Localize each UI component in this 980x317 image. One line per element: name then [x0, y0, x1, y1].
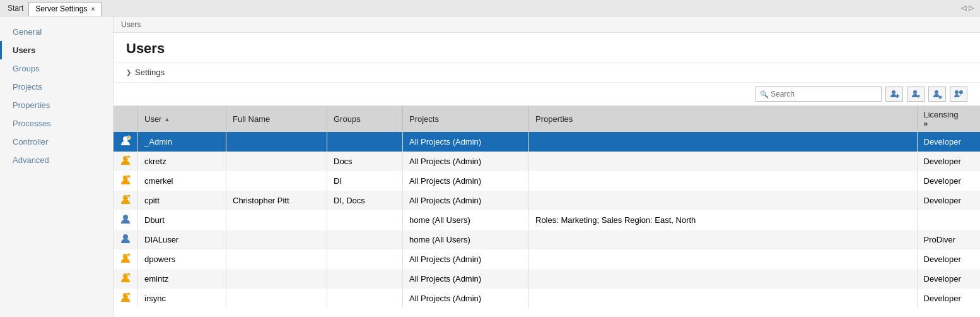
- table-row[interactable]: DIALuserhome (All Users)ProDiver: [114, 230, 980, 249]
- admin-user-icon: ★: [120, 292, 131, 303]
- svg-point-22: [123, 234, 128, 239]
- cell-fullname: [226, 289, 327, 308]
- regular-user-icon: [120, 233, 131, 244]
- cell-projects: All Projects (Admin): [403, 152, 529, 171]
- svg-point-8: [959, 90, 963, 94]
- cell-groups: [327, 249, 403, 269]
- cell-projects: home (All Users): [403, 210, 529, 230]
- cell-projects: All Projects (Admin): [403, 132, 529, 152]
- regular-user-icon: [120, 213, 131, 225]
- add-user-icon: [889, 89, 899, 99]
- table-row[interactable]: ★ irsyncAll Projects (Admin)Developer: [114, 289, 980, 308]
- cell-fullname: [226, 171, 327, 191]
- user-icon-cell: ★: [114, 171, 138, 191]
- sidebar-item-groups[interactable]: Groups: [0, 59, 113, 78]
- cell-projects: All Projects (Admin): [403, 249, 529, 269]
- cell-user: cpitt: [138, 191, 226, 210]
- sidebar-item-projects[interactable]: Projects: [0, 78, 113, 96]
- sidebar-item-users[interactable]: Users: [0, 41, 113, 59]
- cell-properties: [529, 230, 918, 249]
- cell-groups: DI: [327, 171, 403, 191]
- cell-groups: Docs: [327, 152, 403, 171]
- tab-close-button[interactable]: ×: [91, 6, 95, 13]
- breadcrumb: Users: [114, 16, 980, 33]
- edit-user-button[interactable]: [907, 87, 925, 102]
- col-header-projects[interactable]: Projects: [403, 106, 529, 132]
- table-row[interactable]: ★ _AdminAll Projects (Admin)Developer: [114, 132, 980, 152]
- user-icon-cell: ★: [114, 152, 138, 171]
- table-row[interactable]: ★ cpittChristopher PittDI, DocsAll Proje…: [114, 191, 980, 210]
- cell-user: emintz: [138, 269, 226, 289]
- col-header-fullname[interactable]: Full Name: [226, 106, 327, 132]
- sidebar-item-properties[interactable]: Properties: [0, 96, 113, 114]
- users-table-wrapper[interactable]: User ▲ Full Name Groups Projects: [114, 106, 980, 317]
- user-icon-cell: ★: [114, 289, 138, 308]
- server-settings-tab[interactable]: Server Settings ×: [28, 2, 102, 16]
- user-properties-icon: [954, 89, 964, 99]
- user-icon-cell: ★: [114, 269, 138, 289]
- cell-licensing: ProDiver: [917, 230, 980, 249]
- cell-projects: All Projects (Admin): [403, 289, 529, 308]
- admin-user-icon: ★: [120, 155, 131, 166]
- user-properties-button[interactable]: [950, 87, 967, 102]
- col-header-licensing[interactable]: Licensing »: [917, 106, 980, 132]
- user-icon-cell: ★: [114, 132, 138, 152]
- cell-projects: All Projects (Admin): [403, 269, 529, 289]
- users-table-body: ★ _AdminAll Projects (Admin)Developer ★ …: [114, 132, 980, 308]
- table-row[interactable]: Dburthome (All Users)Roles: Marketing; S…: [114, 210, 980, 230]
- cell-licensing: Developer: [917, 152, 980, 171]
- col-header-groups[interactable]: Groups: [327, 106, 403, 132]
- cell-properties: [529, 289, 918, 308]
- sidebar-item-advanced[interactable]: Advanced: [0, 151, 113, 169]
- table-row[interactable]: ★ dpowersAll Projects (Admin)Developer: [114, 249, 980, 269]
- search-input[interactable]: [771, 90, 877, 99]
- svg-point-0: [892, 90, 895, 94]
- start-button[interactable]: Start: [3, 4, 28, 13]
- svg-point-7: [955, 90, 959, 94]
- cell-properties: [529, 191, 918, 210]
- table-row[interactable]: ★ cmerkelDIAll Projects (Admin)Developer: [114, 171, 980, 191]
- table-row[interactable]: ★ ckretzDocsAll Projects (Admin)Develope…: [114, 152, 980, 171]
- svg-point-3: [913, 90, 917, 94]
- sort-arrow-user: ▲: [164, 116, 170, 123]
- cell-groups: [327, 289, 403, 308]
- settings-collapsible[interactable]: ❯ Settings: [114, 63, 980, 83]
- cell-licensing: Developer: [917, 249, 980, 269]
- cell-fullname: [226, 230, 327, 249]
- admin-user-icon: ★: [120, 272, 131, 284]
- cell-properties: [529, 132, 918, 152]
- search-box[interactable]: 🔍: [755, 87, 882, 102]
- user-icon-cell: ★: [114, 249, 138, 269]
- cell-user: _Admin: [138, 132, 226, 152]
- cell-properties: Roles: Marketing; Sales Region: East, No…: [529, 210, 918, 230]
- col-header-user[interactable]: User ▲: [138, 106, 226, 132]
- cell-licensing: Developer: [917, 269, 980, 289]
- admin-user-icon: ★: [120, 174, 131, 186]
- col-header-properties[interactable]: Properties: [529, 106, 918, 132]
- nav-left-arrow[interactable]: ◁: [961, 4, 966, 12]
- title-bar: Start Server Settings × ◁ ▷: [0, 0, 980, 16]
- page-title: Users: [114, 33, 980, 63]
- cell-fullname: [226, 132, 327, 152]
- add-user-button[interactable]: [885, 87, 903, 102]
- delete-user-button[interactable]: [928, 87, 946, 102]
- sidebar: General Users Groups Projects Properties…: [0, 16, 114, 317]
- cell-projects: All Projects (Admin): [403, 171, 529, 191]
- svg-point-4: [935, 90, 938, 94]
- cell-groups: [327, 210, 403, 230]
- sidebar-item-processes[interactable]: Processes: [0, 114, 113, 133]
- tab-label: Server Settings: [35, 4, 87, 13]
- col-header-icon: [114, 106, 138, 132]
- licensing-expand-arrows[interactable]: »: [924, 119, 928, 128]
- cell-fullname: [226, 210, 327, 230]
- cell-properties: [529, 152, 918, 171]
- cell-user: irsync: [138, 289, 226, 308]
- table-toolbar: 🔍: [114, 83, 980, 106]
- cell-projects: home (All Users): [403, 230, 529, 249]
- nav-right-arrow[interactable]: ▷: [969, 4, 974, 12]
- sidebar-item-controller[interactable]: Controller: [0, 133, 113, 151]
- cell-licensing: Developer: [917, 132, 980, 152]
- sidebar-item-general[interactable]: General: [0, 23, 113, 41]
- cell-licensing: Developer: [917, 191, 980, 210]
- table-row[interactable]: ★ emintzAll Projects (Admin)Developer: [114, 269, 980, 289]
